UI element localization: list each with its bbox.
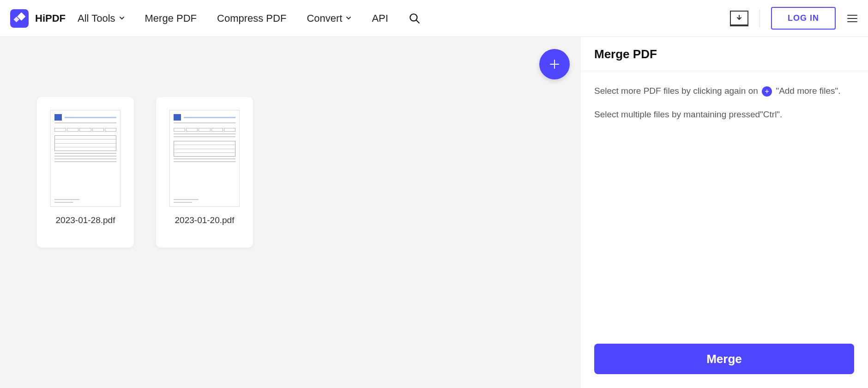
chevron-down-icon <box>346 15 351 22</box>
nav-all-tools[interactable]: All Tools <box>78 12 125 24</box>
sidebar: Merge PDF Select more PDF files by click… <box>580 37 868 388</box>
logo-icon <box>13 12 25 24</box>
plus-icon <box>548 57 561 71</box>
brand-logo[interactable] <box>10 9 29 28</box>
sidebar-instruction-1: Select more PDF files by clicking again … <box>594 84 854 97</box>
svg-line-3 <box>416 20 419 23</box>
file-name: 2023-01-20.pdf <box>175 215 235 225</box>
nav-compress-pdf[interactable]: Compress PDF <box>217 12 286 24</box>
download-icon <box>735 14 743 22</box>
merge-button[interactable]: Merge <box>594 344 854 374</box>
sidebar-instruction-2: Select multiple files by mantaining pres… <box>594 108 854 121</box>
nav-api[interactable]: API <box>372 12 388 24</box>
nav-api-label: API <box>372 12 388 24</box>
file-thumbnail <box>50 110 121 207</box>
file-name: 2023-01-28.pdf <box>56 215 115 225</box>
chevron-down-icon <box>119 15 125 22</box>
nav-convert[interactable]: Convert <box>307 12 351 24</box>
divider <box>760 10 760 27</box>
file-card[interactable]: 2023-01-28.pdf <box>37 97 134 248</box>
main: 2023-01-28.pdf 2023-01-20.pdf Merge PDF … <box>0 37 868 388</box>
download-app-button[interactable] <box>730 11 748 26</box>
search-button[interactable] <box>409 12 421 24</box>
login-button[interactable]: LOG IN <box>771 7 836 30</box>
workspace[interactable]: 2023-01-28.pdf 2023-01-20.pdf <box>0 37 580 388</box>
search-icon <box>409 12 421 24</box>
nav-compress-pdf-label: Compress PDF <box>217 12 286 24</box>
add-files-button[interactable] <box>539 49 570 79</box>
sidebar-title: Merge PDF <box>580 37 868 71</box>
main-nav: All Tools Merge PDF Compress PDF Convert… <box>78 12 388 24</box>
file-card[interactable]: 2023-01-20.pdf <box>156 97 253 248</box>
sidebar-body: Select more PDF files by clicking again … <box>580 71 868 344</box>
menu-button[interactable] <box>847 14 858 23</box>
inline-plus-icon: + <box>762 86 772 97</box>
header-right: LOG IN <box>730 7 858 30</box>
brand-name[interactable]: HiPDF <box>35 12 66 24</box>
hamburger-icon <box>847 14 858 23</box>
nav-convert-label: Convert <box>307 12 342 24</box>
nav-all-tools-label: All Tools <box>78 12 115 24</box>
header: HiPDF All Tools Merge PDF Compress PDF C… <box>0 0 868 37</box>
nav-merge-pdf[interactable]: Merge PDF <box>145 12 197 24</box>
nav-merge-pdf-label: Merge PDF <box>145 12 197 24</box>
file-thumbnail <box>169 110 240 207</box>
